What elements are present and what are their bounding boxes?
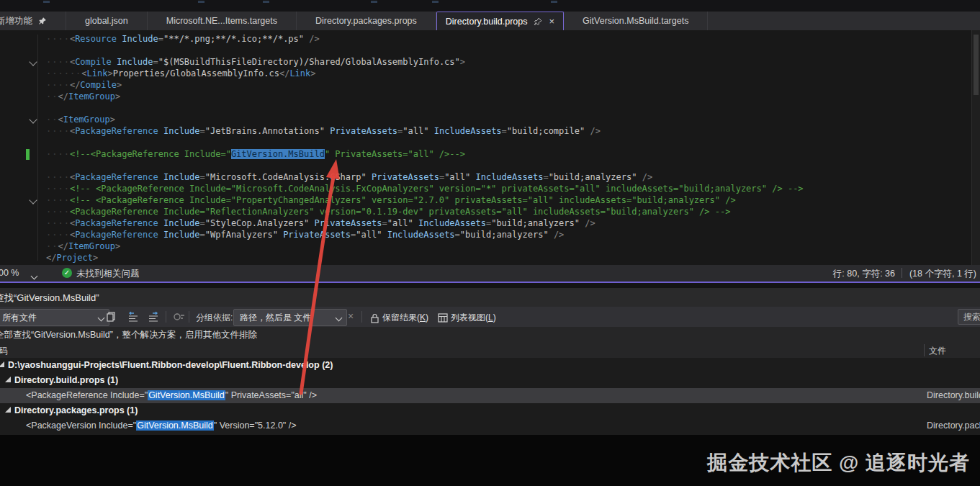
result-group-text: D:\yaoshuanggui-Projects\Fluent.Ribbon-d… <box>8 360 320 370</box>
copy-icon[interactable] <box>105 311 117 323</box>
editor-scrollbar[interactable] <box>971 30 980 265</box>
scope-dropdown[interactable]: 所有文件 <box>0 309 109 326</box>
tab-label: Directory.packages.props <box>315 16 417 26</box>
result-group-text: Directory.packages.props <box>14 405 125 415</box>
code-line[interactable]: ··</ItemGroup> <box>46 91 120 102</box>
code-token: "build;compile" <box>507 126 585 136</box>
whitespace-dots: ···· <box>46 149 70 159</box>
code-token: > <box>310 68 315 78</box>
expanded-triangle-icon[interactable] <box>5 377 11 382</box>
code-line[interactable]: ····<!--<PackageReference Include="GitVe… <box>46 148 465 160</box>
code-token: "$(MSBuildThisFileDirectory)/Shared/Glob… <box>158 57 460 67</box>
code-token: PackageReference <box>75 172 158 182</box>
code-token: "StyleCop.Analyzers" <box>205 218 310 228</box>
tab-1[interactable]: 新增功能 <box>0 12 66 30</box>
tab-3[interactable]: Microsoft.NE...Items.targets <box>148 12 297 30</box>
code-token: "build;analyzers" <box>491 218 580 228</box>
code-line[interactable]: ····<PackageReference Include="StyleCop.… <box>46 217 595 229</box>
result-row[interactable]: D:\yaoshuanggui-Projects\Fluent.Ribbon-d… <box>0 358 980 373</box>
expand-all-icon[interactable] <box>147 311 160 323</box>
match-pre: <PackageReference Include=" <box>26 390 148 400</box>
code-line[interactable]: ····<Resource Include="**/*.png;**/*.ico… <box>46 33 320 45</box>
code-token: = <box>382 218 387 228</box>
result-group-text: Directory.build.props <box>14 375 104 385</box>
zoom-selector[interactable]: 100 % <box>0 268 19 278</box>
code-token: </ <box>58 91 68 102</box>
collapse-all-icon[interactable] <box>127 311 140 323</box>
list-view-button[interactable]: 列表视图(L) <box>438 312 496 324</box>
tab-2[interactable]: global.json <box>66 12 148 30</box>
code-line[interactable]: ····<Compile Include="$(MSBuildThisFileD… <box>46 56 465 68</box>
toolbar-separator <box>189 311 189 323</box>
tab-4[interactable]: Directory.packages.props <box>297 12 436 30</box>
settings-toggle-icon[interactable] <box>173 311 186 323</box>
code-token: Include <box>112 57 153 67</box>
whitespace-dots: ·· <box>46 91 58 102</box>
result-file-cell: Directory.packages.props <box>927 418 980 433</box>
code-token: = <box>502 126 507 136</box>
watermark-text: 掘金技术社区 @ 追逐时光者 <box>707 449 970 477</box>
group-by-dropdown[interactable]: 路径，然后是 文件 <box>233 309 347 326</box>
pin-icon[interactable] <box>38 17 47 25</box>
tab-6[interactable]: GitVersion.MsBuild.targets <box>564 12 708 30</box>
keep-results-button[interactable]: 保留结果(K) <box>370 312 428 324</box>
expanded-triangle-icon[interactable] <box>0 361 4 367</box>
code-token: "all" <box>387 218 413 228</box>
code-line[interactable]: </Project> <box>46 252 98 264</box>
code-token: "all" <box>356 230 382 240</box>
code-token: <PackageReference Include="ReflectionAna… <box>70 207 731 217</box>
scrollbar-thumb[interactable] <box>974 35 979 95</box>
find-summary-row: 全部查找“GitVersion.MsBuild”，整个解决方案，启用其他文件排除 <box>0 327 980 343</box>
fold-chevron-icon[interactable] <box>29 196 37 204</box>
code-line[interactable]: ····</Compile> <box>46 79 122 91</box>
result-code: <PackageReference Include="GitVersion.Ms… <box>26 390 317 400</box>
code-token: <!--<PackageReference Include=" <box>70 149 231 159</box>
code-token: Include <box>158 218 200 228</box>
code-line[interactable]: ······<Link>Properties/GlobalAssemblyInf… <box>46 68 316 79</box>
code-token: Compile <box>80 80 117 90</box>
code-editor[interactable]: ····<Resource Include="**/*.png;**/*.ico… <box>0 30 980 265</box>
column-header-code[interactable]: 代码 <box>0 345 8 357</box>
chevron-down-icon[interactable] <box>32 271 37 281</box>
code-token: > <box>117 80 122 90</box>
code-token: IncludeAssets <box>382 230 454 240</box>
code-line[interactable]: ····<!-- <PackageReference Include="Prop… <box>46 194 736 206</box>
code-token: </ <box>46 253 56 263</box>
column-header-file[interactable]: 文件 <box>929 345 946 357</box>
chevron-down-icon <box>336 314 343 321</box>
result-row[interactable]: <PackageVersion Include="GitVersion.MsBu… <box>0 418 980 433</box>
expanded-triangle-icon[interactable] <box>5 407 11 413</box>
line-column-indicator[interactable]: 行: 80, 字符: 36 <box>833 268 895 280</box>
code-line[interactable]: ····<PackageReference Include="Microsoft… <box>46 171 652 183</box>
code-line[interactable]: ····<!-- <PackageReference Include="Micr… <box>46 183 804 194</box>
keep-results-label: 保留结果(K) <box>382 312 428 324</box>
code-token: Properties/GlobalAssemblyInfo.cs <box>113 68 279 78</box>
tab-5[interactable]: Directory.build.props× <box>436 12 564 30</box>
fold-chevron-icon[interactable] <box>29 58 37 66</box>
whitespace-dots: ·· <box>46 241 58 251</box>
search-input[interactable]: 搜索 <box>958 309 980 325</box>
issues-status[interactable]: 未找到相关问题 <box>76 268 140 280</box>
close-icon[interactable]: × <box>549 17 555 26</box>
pin-icon[interactable] <box>534 17 542 26</box>
result-count: (2) <box>320 360 333 370</box>
result-row[interactable]: Directory.build.props (1) <box>0 373 980 388</box>
result-row[interactable]: Directory.packages.props (1) <box>0 403 980 418</box>
find-results-title-bar: 查找“GitVersion.MsBuild” <box>0 288 980 307</box>
code-line[interactable]: ··<ItemGroup> <box>46 114 115 125</box>
tab-label: GitVersion.MsBuild.targets <box>583 16 688 26</box>
scope-dropdown-value: 所有文件 <box>2 312 37 324</box>
fold-chevron-icon[interactable] <box>29 115 37 123</box>
clear-icon[interactable]: × <box>348 311 354 321</box>
result-row[interactable]: <PackageReference Include="GitVersion.Ms… <box>0 388 980 403</box>
column-divider[interactable] <box>924 344 925 356</box>
code-line[interactable]: ····<PackageReference Include="Reflectio… <box>46 206 730 217</box>
code-line[interactable]: ····<PackageReference Include="JetBrains… <box>46 125 601 137</box>
code-line[interactable]: ····<PackageReference Include="WpfAnalyz… <box>46 229 564 240</box>
code-token: ItemGroup <box>68 91 115 102</box>
code-token: </ <box>70 80 80 90</box>
code-token: > <box>93 253 98 263</box>
selection-indicator: (18 个字符, 1 行) <box>909 268 976 280</box>
code-token: GitVersion.MsBuild <box>231 149 325 159</box>
code-line[interactable]: ··</ItemGroup> <box>46 240 120 252</box>
